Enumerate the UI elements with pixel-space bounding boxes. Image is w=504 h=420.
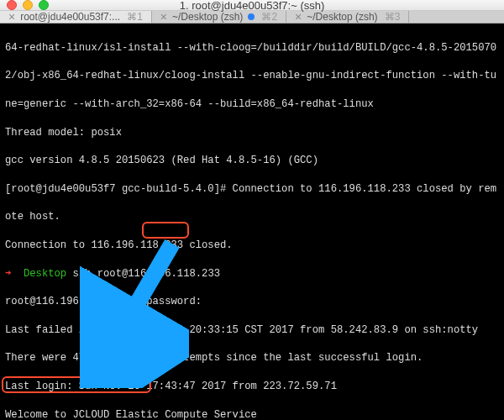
terminal-line: 2/obj-x86_64-redhat-linux/cloog-install … <box>5 69 499 83</box>
tab-shortcut: ⌘3 <box>385 11 401 23</box>
prompt-command: ssh root@116.196.118.233 <box>66 268 220 280</box>
terminal-line: Last login: Sun Nov 26 17:43:47 2017 fro… <box>5 380 499 394</box>
modified-dot-icon <box>248 13 255 20</box>
prompt-arrow-icon: ➜ <box>5 268 24 280</box>
terminal-line: gcc version 4.8.5 20150623 (Red Hat 4.8.… <box>5 154 499 168</box>
tab-3[interactable]: × ~/Desktop (zsh) ⌘3 <box>286 11 409 23</box>
terminal-line: Last failed login: Sun Nov 26 20:33:15 C… <box>5 323 499 338</box>
terminal-line: [root@jdu4e00u53f7 gcc-build-5.4.0]# Con… <box>5 182 499 197</box>
tab-shortcut: ⌘1 <box>127 11 143 23</box>
tab-label: ~/Desktop (zsh) <box>172 11 243 23</box>
tab-label: root@jdu4e00u53f7:... <box>20 11 120 23</box>
window: 1. root@jdu4e00u53f7:~ (ssh) × root@jdu4… <box>0 0 504 420</box>
terminal-line: ne=generic --with-arch_32=x86-64 --build… <box>5 97 499 112</box>
annotation-highlight-cmd <box>142 222 189 239</box>
terminal-line: Connection to 116.196.118.233 closed. <box>5 239 499 253</box>
terminal-line: 64-redhat-linux/isl-install --with-cloog… <box>5 41 499 55</box>
terminal-line: Thread model: posix <box>5 126 499 140</box>
terminal-line: Welcome to JCLOUD Elastic Compute Servic… <box>5 408 499 420</box>
annotation-arrow-icon <box>80 239 189 388</box>
window-title: 1. root@jdu4e00u53f7:~ (ssh) <box>0 0 504 12</box>
tab-label: ~/Desktop (zsh) <box>307 11 377 23</box>
tab-1[interactable]: × root@jdu4e00u53f7:... ⌘1 <box>0 11 152 23</box>
close-tab-icon[interactable]: × <box>8 11 15 23</box>
terminal[interactable]: 64-redhat-linux/isl-install --with-cloog… <box>0 24 504 420</box>
terminal-line: root@116.196.118.233's password: <box>5 295 499 309</box>
tabbar: × root@jdu4e00u53f7:... ⌘1 × ~/Desktop (… <box>0 11 504 24</box>
terminal-line: There were 47 failed login attempts sinc… <box>5 351 499 365</box>
titlebar: 1. root@jdu4e00u53f7:~ (ssh) <box>0 0 504 11</box>
terminal-line: ➜ Desktop ssh root@116.196.118.233 <box>5 267 499 281</box>
tab-2[interactable]: × ~/Desktop (zsh) ⌘2 <box>152 11 286 23</box>
terminal-line: ote host. <box>5 210 499 224</box>
prompt-cwd: Desktop <box>24 268 66 280</box>
close-tab-icon[interactable]: × <box>160 11 167 23</box>
close-tab-icon[interactable]: × <box>295 11 302 23</box>
tab-shortcut: ⌘2 <box>261 11 277 23</box>
